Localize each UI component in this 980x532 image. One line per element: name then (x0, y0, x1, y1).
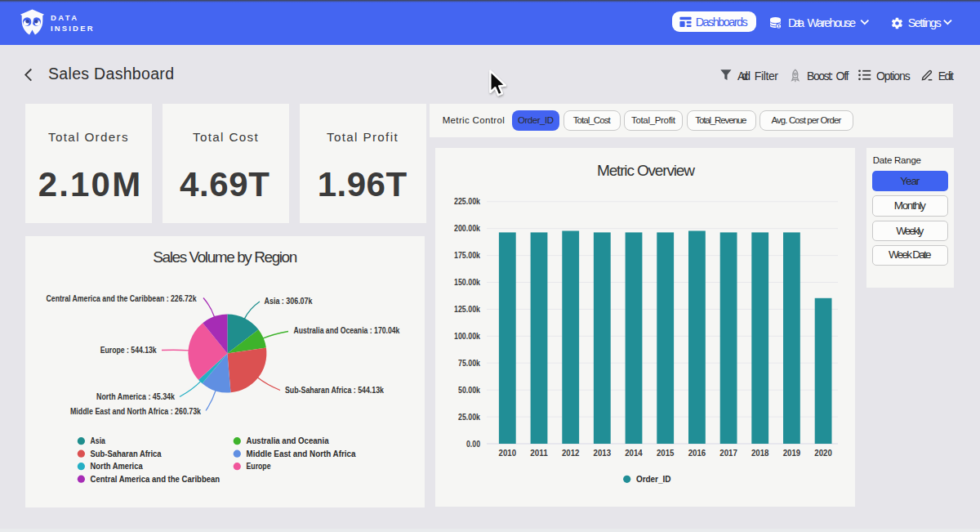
svg-text:Total Profit: Total Profit (327, 130, 399, 144)
svg-text:Total Orders: Total Orders (48, 130, 129, 144)
svg-text:25.00k: 25.00k (458, 412, 480, 422)
svg-text:Middle East and North Africa :: Middle East and North Africa : 260.73k (70, 406, 202, 416)
svg-text:2012: 2012 (562, 448, 580, 458)
svg-text:Weekly: Weekly (896, 225, 924, 237)
svg-text:Europe : 544.13k: Europe : 544.13k (100, 345, 158, 355)
svg-text:Sales Dashboard: Sales Dashboard (48, 65, 174, 83)
svg-text:2016: 2016 (688, 448, 706, 458)
svg-text:Total_Profit: Total_Profit (631, 115, 676, 125)
svg-text:Central America and the Caribb: Central America and the Caribbean : 226.… (47, 293, 198, 303)
svg-text:Edit: Edit (938, 69, 954, 83)
svg-text:Filter: Filter (755, 69, 779, 83)
svg-text:4.69T: 4.69T (180, 165, 270, 203)
svg-text:2017: 2017 (719, 448, 737, 458)
svg-text:DATA: DATA (51, 13, 77, 22)
svg-text:INSIDER: INSIDER (51, 24, 93, 33)
svg-text:Order_ID: Order_ID (636, 475, 671, 484)
svg-text:Dashboards: Dashboards (696, 16, 748, 29)
svg-text:2020: 2020 (814, 448, 832, 458)
svg-text:Australia and Oceania: Australia and Oceania (247, 436, 329, 445)
svg-text:150.00k: 150.00k (454, 277, 480, 287)
svg-text:50.00k: 50.00k (458, 385, 480, 395)
svg-text:Date Range: Date Range (873, 155, 921, 165)
svg-text:Middle East and North Africa: Middle East and North Africa (247, 449, 356, 458)
svg-text:Data: Data (788, 16, 805, 29)
svg-text:2018: 2018 (751, 448, 769, 458)
svg-text:Warehouse: Warehouse (808, 16, 857, 29)
svg-text:Year: Year (900, 175, 920, 187)
svg-text:Settings: Settings (908, 16, 942, 29)
svg-text:Total Cost: Total Cost (193, 130, 259, 144)
svg-text:Avg. Cost per Order: Avg. Cost per Order (771, 115, 841, 125)
svg-text:Sub-Saharan Africa : 544.13k: Sub-Saharan Africa : 544.13k (285, 385, 385, 395)
svg-text:Week Date: Week Date (889, 248, 932, 261)
svg-text:100.00k: 100.00k (454, 331, 480, 341)
svg-text:Metric Overview: Metric Overview (597, 162, 695, 179)
svg-text:Boost:: Boost: (807, 69, 834, 83)
svg-text:Sales Volume by Region: Sales Volume by Region (153, 248, 297, 266)
svg-text:Off: Off (836, 69, 849, 83)
svg-text:2014: 2014 (625, 448, 643, 458)
svg-text:North America : 45.34k: North America : 45.34k (96, 391, 176, 401)
svg-text:125.00k: 125.00k (454, 304, 480, 314)
svg-text:200.00k: 200.00k (454, 223, 480, 233)
svg-text:Central America and the Caribb: Central America and the Caribbean (91, 475, 220, 484)
svg-text:0.00: 0.00 (466, 439, 480, 449)
svg-text:2.10M: 2.10M (38, 165, 140, 203)
svg-text:1.96T: 1.96T (318, 165, 408, 203)
svg-text:Total_Cost: Total_Cost (573, 115, 612, 125)
svg-text:Order_ID: Order_ID (518, 115, 554, 125)
svg-text:175.00k: 175.00k (454, 250, 480, 260)
svg-text:Asia: Asia (91, 436, 106, 445)
svg-text:2019: 2019 (783, 448, 801, 458)
svg-text:2013: 2013 (594, 448, 612, 458)
svg-text:Europe: Europe (247, 462, 271, 471)
svg-text:Australia and Oceania : 170.04: Australia and Oceania : 170.04k (293, 325, 400, 335)
svg-text:Asia : 306.07k: Asia : 306.07k (265, 296, 314, 306)
svg-text:2011: 2011 (530, 448, 548, 458)
svg-text:2015: 2015 (657, 448, 675, 458)
svg-text:Sub-Saharan Africa: Sub-Saharan Africa (91, 449, 162, 458)
svg-text:Metric Control: Metric Control (443, 115, 505, 125)
svg-text:225.00k: 225.00k (454, 196, 480, 206)
svg-text:2010: 2010 (499, 448, 517, 458)
svg-text:North America: North America (91, 462, 143, 471)
svg-text:Total_Revenue: Total_Revenue (695, 115, 746, 125)
svg-text:75.00k: 75.00k (458, 358, 480, 368)
svg-text:Add: Add (737, 69, 751, 83)
svg-text:Options: Options (876, 69, 911, 83)
svg-text:Monthly: Monthly (894, 199, 926, 212)
